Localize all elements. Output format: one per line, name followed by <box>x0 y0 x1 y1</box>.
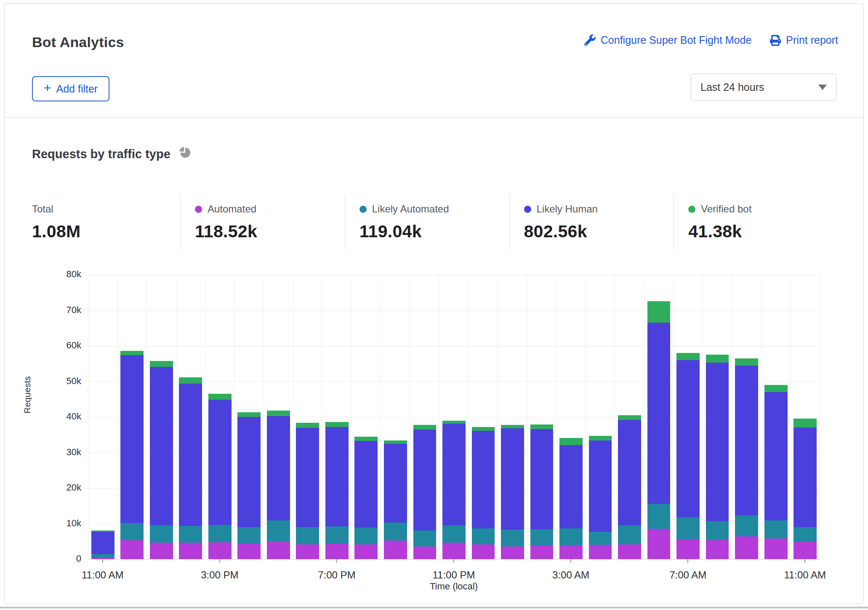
segment-automated[interactable] <box>589 545 612 559</box>
segment-likely-human[interactable] <box>764 392 788 520</box>
configure-super-bot-fight-mode-link[interactable]: Configure Super Bot Fight Mode <box>584 34 752 46</box>
stacked-bar-12-00-pm[interactable] <box>120 351 144 559</box>
segment-verified-bot[interactable] <box>764 385 788 392</box>
segment-automated[interactable] <box>237 544 261 559</box>
segment-automated[interactable] <box>296 544 319 559</box>
stacked-bar-11-00-am[interactable] <box>91 530 114 559</box>
print-report-link[interactable]: Print report <box>770 34 838 46</box>
segment-likely-automated[interactable] <box>354 528 378 544</box>
stacked-bar-2-00-pm[interactable] <box>179 377 202 559</box>
stacked-bar-5-00-am[interactable] <box>618 415 641 559</box>
segment-likely-automated[interactable] <box>237 527 261 544</box>
segment-automated[interactable] <box>150 543 173 559</box>
segment-likely-automated[interactable] <box>442 525 466 543</box>
segment-likely-automated[interactable] <box>764 520 788 538</box>
segment-likely-human[interactable] <box>472 431 495 528</box>
stacked-bar-4-00-am[interactable] <box>589 436 612 559</box>
segment-verified-bot[interactable] <box>676 353 700 360</box>
stacked-bar-8-00-am[interactable] <box>706 355 729 559</box>
segment-likely-automated[interactable] <box>530 529 554 545</box>
stacked-bar-10-00-pm[interactable] <box>413 425 437 559</box>
segment-automated[interactable] <box>472 544 495 559</box>
segment-verified-bot[interactable] <box>501 425 524 428</box>
time-range-select[interactable]: Last 24 hours <box>691 74 836 101</box>
segment-likely-human[interactable] <box>413 430 437 531</box>
segment-likely-automated[interactable] <box>676 517 700 539</box>
stacked-bar-9-00-am[interactable] <box>735 358 758 559</box>
segment-likely-automated[interactable] <box>150 525 173 543</box>
segment-likely-automated[interactable] <box>120 523 144 540</box>
segment-likely-human[interactable] <box>442 424 466 525</box>
segment-automated[interactable] <box>267 542 290 559</box>
segment-likely-human[interactable] <box>150 367 173 525</box>
segment-verified-bot[interactable] <box>793 419 817 427</box>
segment-verified-bot[interactable] <box>589 436 612 440</box>
segment-likely-human[interactable] <box>267 416 290 520</box>
segment-likely-human[interactable] <box>618 420 641 525</box>
stacked-bar-11-00-pm[interactable] <box>442 421 466 559</box>
segment-likely-human[interactable] <box>676 360 700 517</box>
segment-automated[interactable] <box>735 536 758 559</box>
segment-verified-bot[interactable] <box>296 423 319 428</box>
segment-likely-automated[interactable] <box>589 532 612 545</box>
stacked-bar-1-00-pm[interactable] <box>150 361 173 559</box>
segment-likely-automated[interactable] <box>618 525 641 545</box>
segment-verified-bot[interactable] <box>413 425 437 430</box>
stacked-bar-5-00-pm[interactable] <box>267 411 290 559</box>
segment-verified-bot[interactable] <box>179 377 202 383</box>
segment-likely-human[interactable] <box>179 384 202 526</box>
segment-verified-bot[interactable] <box>267 411 290 416</box>
segment-likely-human[interactable] <box>589 440 612 532</box>
segment-automated[interactable] <box>559 545 583 559</box>
segment-likely-automated[interactable] <box>267 520 290 542</box>
segment-verified-bot[interactable] <box>618 415 641 420</box>
stacked-bar-2-00-am[interactable] <box>530 424 554 559</box>
segment-automated[interactable] <box>530 545 554 559</box>
stacked-bar-11-00-am[interactable] <box>793 419 817 559</box>
segment-likely-human[interactable] <box>530 429 554 529</box>
segment-verified-bot[interactable] <box>237 412 261 417</box>
segment-automated[interactable] <box>706 540 729 559</box>
segment-likely-human[interactable] <box>647 323 671 504</box>
segment-likely-automated[interactable] <box>413 530 437 546</box>
segment-automated[interactable] <box>647 529 671 559</box>
stacked-bar-9-00-pm[interactable] <box>384 440 407 559</box>
segment-verified-bot[interactable] <box>354 437 378 441</box>
segment-verified-bot[interactable] <box>735 358 758 366</box>
segment-likely-automated[interactable] <box>706 521 729 540</box>
segment-verified-bot[interactable] <box>559 438 583 445</box>
add-filter-button[interactable]: + Add filter <box>32 76 109 101</box>
segment-likely-automated[interactable] <box>325 526 349 544</box>
segment-likely-human[interactable] <box>559 445 583 529</box>
segment-automated[interactable] <box>442 543 466 559</box>
segment-verified-bot[interactable] <box>384 440 407 444</box>
segment-likely-automated[interactable] <box>472 528 495 544</box>
stacked-bar-7-00-am[interactable] <box>676 353 700 559</box>
segment-verified-bot[interactable] <box>472 427 495 431</box>
stacked-bar-10-00-am[interactable] <box>764 385 788 559</box>
segment-verified-bot[interactable] <box>647 301 671 323</box>
segment-automated[interactable] <box>501 546 524 559</box>
segment-likely-automated[interactable] <box>793 527 817 542</box>
segment-automated[interactable] <box>676 539 700 559</box>
segment-verified-bot[interactable] <box>120 351 144 355</box>
segment-likely-automated[interactable] <box>91 554 114 557</box>
segment-automated[interactable] <box>793 542 817 559</box>
segment-likely-automated[interactable] <box>208 525 232 542</box>
segment-verified-bot[interactable] <box>706 355 729 363</box>
segment-verified-bot[interactable] <box>208 394 232 400</box>
segment-likely-human[interactable] <box>384 444 407 522</box>
segment-likely-human[interactable] <box>237 417 261 527</box>
segment-likely-human[interactable] <box>325 427 349 527</box>
segment-automated[interactable] <box>179 543 202 559</box>
segment-likely-human[interactable] <box>354 441 378 527</box>
segment-likely-human[interactable] <box>91 532 114 554</box>
segment-likely-automated[interactable] <box>501 530 524 547</box>
segment-automated[interactable] <box>413 546 437 559</box>
stacked-bar-1-00-am[interactable] <box>501 425 524 559</box>
stacked-bar-12-00-am[interactable] <box>472 427 495 559</box>
segment-likely-human[interactable] <box>120 355 144 523</box>
segment-likely-automated[interactable] <box>296 527 319 544</box>
stacked-bar-3-00-pm[interactable] <box>208 394 232 559</box>
segment-likely-human[interactable] <box>501 428 524 530</box>
